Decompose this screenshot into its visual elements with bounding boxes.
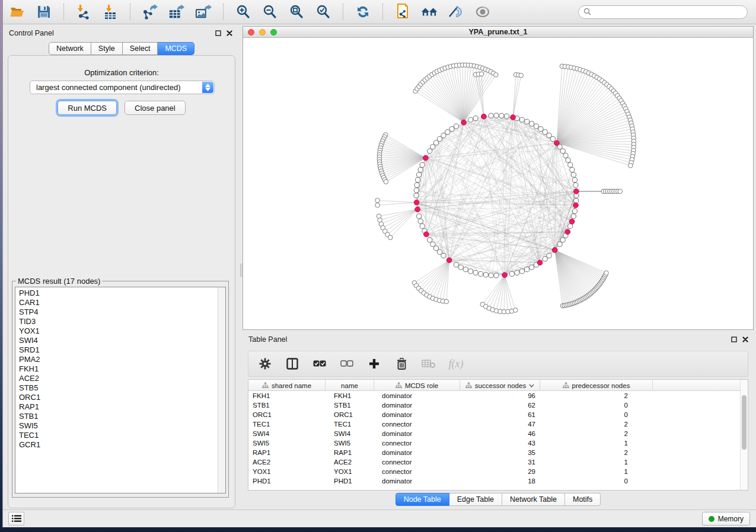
mcds-result-item[interactable]: CAR1	[19, 298, 225, 307]
search-field[interactable]	[578, 5, 748, 19]
mcds-hub-node[interactable]	[573, 203, 579, 208]
table-row[interactable]: SWI5SWI5connector431	[248, 438, 740, 448]
table-body[interactable]: FKH1FKH1dominator962STB1STB1dominator620…	[248, 391, 740, 490]
network-node[interactable]	[534, 124, 538, 129]
column-header-predecessor-nodes[interactable]: predecessor nodes	[540, 380, 653, 391]
network-node[interactable]	[572, 209, 577, 213]
mcds-hub-node[interactable]	[424, 232, 429, 237]
network-node[interactable]	[433, 246, 438, 251]
zoom-out-icon[interactable]	[261, 4, 278, 20]
column-header-shared-name[interactable]: shared name	[248, 380, 326, 391]
network-canvas[interactable]	[243, 38, 753, 329]
network-node[interactable]	[571, 172, 576, 177]
mcds-hub-node[interactable]	[415, 207, 420, 212]
table-row[interactable]: SWI4SWI4dominator462	[248, 429, 740, 438]
network-node[interactable]	[568, 162, 573, 167]
network-node[interactable]	[420, 224, 425, 229]
network-node[interactable]	[449, 127, 454, 132]
float-panel-icon[interactable]	[215, 30, 222, 37]
network-node[interactable]	[417, 172, 422, 177]
network-node[interactable]	[570, 168, 575, 172]
network-node[interactable]	[494, 273, 499, 278]
column-header-mcds-role[interactable]: MCDS role	[374, 380, 460, 391]
network-node[interactable]	[568, 224, 573, 229]
network-node[interactable]	[519, 117, 524, 122]
mcds-result-list[interactable]: PHD1CAR1STP4TID3YOX1SWI4SRD1PMA2FKH1ACE2…	[15, 287, 226, 493]
network-node[interactable]	[494, 113, 499, 118]
network-node[interactable]	[566, 158, 570, 162]
network-node[interactable]	[499, 113, 504, 118]
share-network-document-icon[interactable]	[394, 4, 411, 20]
memory-button[interactable]: Memory	[702, 512, 750, 525]
table-row[interactable]: RAP1RAP1dominator352	[248, 448, 740, 457]
zoom-in-icon[interactable]	[235, 4, 251, 20]
satellite-node[interactable]	[375, 198, 380, 203]
network-node[interactable]	[479, 271, 483, 276]
network-node[interactable]	[563, 153, 568, 158]
mcds-result-item[interactable]: SWI4	[19, 336, 225, 345]
network-node[interactable]	[473, 116, 478, 121]
network-node[interactable]	[574, 198, 579, 203]
mcds-result-item[interactable]: FKH1	[19, 364, 225, 374]
table-row[interactable]: ORC1ORC1dominator610	[248, 410, 740, 419]
mcds-result-item[interactable]: PHD1	[19, 289, 225, 298]
close-panel-button[interactable]: Close panel	[125, 101, 186, 115]
network-node[interactable]	[454, 262, 458, 267]
scrollbar-thumb[interactable]	[742, 395, 747, 450]
mcds-result-item[interactable]: TID3	[19, 317, 225, 326]
show-columns-icon[interactable]	[285, 357, 299, 371]
satellite-node[interactable]	[519, 73, 524, 78]
mcds-result-item[interactable]: GCR1	[19, 440, 225, 450]
network-node[interactable]	[441, 253, 446, 258]
mcds-hub-node[interactable]	[537, 260, 543, 265]
mcds-hub-node[interactable]	[423, 155, 429, 161]
satellite-node[interactable]	[479, 72, 484, 76]
zoom-selected-icon[interactable]	[315, 4, 331, 20]
network-node[interactable]	[441, 133, 446, 137]
mcds-hub-node[interactable]	[552, 248, 557, 253]
satellite-node[interactable]	[384, 180, 388, 184]
mcds-result-item[interactable]: RAP1	[19, 402, 225, 412]
network-node[interactable]	[572, 178, 577, 182]
mcds-hub-node[interactable]	[502, 273, 508, 278]
table-row[interactable]: TEC1TEC1connector472	[248, 419, 740, 429]
satellite-node[interactable]	[375, 203, 380, 208]
import-network-icon[interactable]	[75, 4, 92, 20]
select-all-icon[interactable]	[312, 357, 327, 371]
import-table-icon[interactable]	[102, 4, 119, 20]
network-node[interactable]	[489, 273, 493, 278]
table-row[interactable]: ACE2ACE2connector311	[248, 457, 740, 467]
network-overview-houses-icon[interactable]	[421, 4, 438, 20]
network-node[interactable]	[414, 188, 419, 193]
network-node[interactable]	[489, 113, 493, 118]
mcds-hub-node[interactable]	[574, 189, 579, 194]
network-node[interactable]	[505, 114, 509, 118]
open-file-icon[interactable]	[9, 4, 25, 20]
network-node[interactable]	[483, 273, 488, 277]
mcds-result-item[interactable]: STP4	[19, 307, 225, 317]
network-node[interactable]	[417, 214, 422, 219]
tab-node-table[interactable]: Node Table	[395, 493, 449, 506]
network-node[interactable]	[547, 133, 551, 137]
close-panel-icon[interactable]	[742, 336, 749, 343]
optimization-criterion-select[interactable]: largest connected component (undirected)	[30, 81, 215, 94]
close-panel-icon[interactable]	[226, 30, 233, 37]
network-node[interactable]	[458, 265, 463, 270]
refresh-view-icon[interactable]	[355, 4, 371, 20]
network-node[interactable]	[420, 162, 425, 167]
mcds-result-item[interactable]: YOX1	[19, 326, 225, 336]
network-node[interactable]	[433, 140, 438, 145]
network-node[interactable]	[543, 130, 547, 134]
export-image-icon[interactable]	[195, 4, 212, 20]
network-node[interactable]	[437, 136, 442, 141]
satellite-node[interactable]	[618, 189, 623, 194]
network-window-titlebar[interactable]: YPA_prune.txt_1	[243, 27, 753, 38]
network-node[interactable]	[547, 253, 551, 258]
tab-mcds[interactable]: MCDS	[158, 42, 194, 55]
mcds-hub-node[interactable]	[511, 115, 516, 120]
save-session-icon[interactable]	[36, 4, 52, 20]
mcds-result-item[interactable]: SWI5	[19, 421, 225, 431]
mcds-result-item[interactable]: TEC1	[19, 431, 225, 440]
network-node[interactable]	[573, 182, 578, 187]
table-row[interactable]: STB1STB1dominator620	[248, 400, 740, 410]
